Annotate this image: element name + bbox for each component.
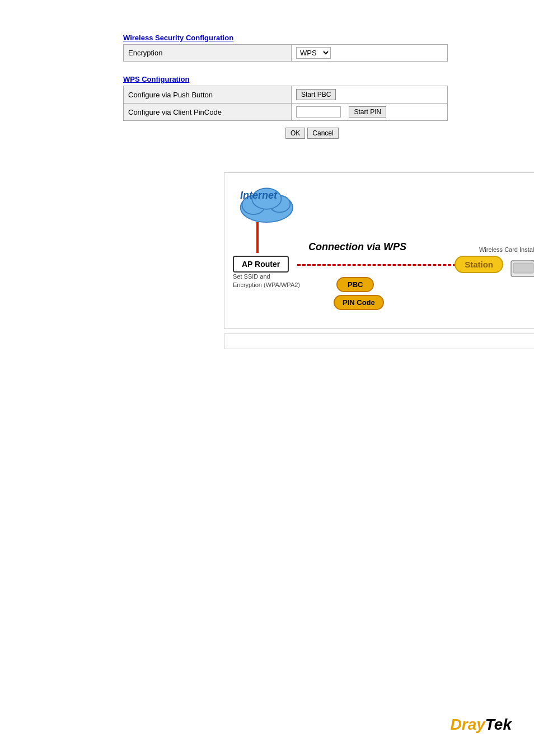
pin-code-oval: PIN Code (334, 295, 384, 310)
push-button-action-cell: Start PBC (292, 86, 448, 104)
ap-router-box: AP Router (233, 256, 289, 273)
diagram-container: Internet AP Router Connection via WPS St… (224, 172, 534, 329)
ok-button[interactable]: OK (285, 128, 305, 139)
svg-rect-5 (513, 263, 533, 273)
pin-code-input[interactable] (296, 106, 341, 118)
client-pincode-label: Configure via Client PinCode (124, 104, 292, 121)
start-pbc-button[interactable]: Start PBC (296, 89, 336, 100)
wps-config-title: WPS Configuration (123, 75, 534, 83)
action-buttons-row: OK Cancel (123, 128, 534, 139)
client-pincode-row: Configure via Client PinCode Start PIN (124, 104, 448, 121)
encryption-select[interactable]: WPS WPA WPA2 None (296, 47, 331, 59)
wps-config-section: WPS Configuration Configure via Push But… (123, 75, 534, 139)
wireless-card-label: Wireless Card Installed (479, 246, 534, 254)
station-box: Station (455, 256, 503, 273)
client-pincode-cell: Start PIN (292, 104, 448, 121)
push-button-label: Configure via Push Button (124, 86, 292, 104)
connection-via-wps-label: Connection via WPS (308, 241, 406, 253)
cancel-button[interactable]: Cancel (307, 128, 338, 139)
diagram-section: Internet AP Router Connection via WPS St… (123, 172, 534, 349)
bottom-bar (224, 334, 534, 349)
internet-connector-line (256, 222, 259, 253)
encryption-value-cell: WPS WPA WPA2 None (292, 45, 448, 62)
tek-text: Tek (485, 716, 512, 733)
pbc-oval: PBC (336, 277, 374, 292)
internet-label: Internet (240, 190, 277, 201)
dray-text: Dray (451, 716, 485, 733)
connection-dashed-line (297, 264, 476, 266)
start-pin-button[interactable]: Start PIN (349, 106, 386, 118)
push-button-row: Configure via Push Button Start PBC (124, 86, 448, 104)
encryption-label: Encryption (124, 45, 292, 62)
encryption-table: Encryption WPS WPA WPA2 None (123, 44, 448, 62)
wireless-security-title: Wireless Security Configuration (123, 34, 534, 42)
draytek-logo: DrayTek (451, 716, 512, 734)
wireless-security-section: Wireless Security Configuration Encrypti… (123, 34, 534, 62)
wps-table: Configure via Push Button Start PBC Conf… (123, 86, 448, 121)
wireless-card-icon (510, 260, 534, 279)
encryption-row: Encryption WPS WPA WPA2 None (124, 45, 448, 62)
ssid-label: Set SSID andEncryption (WPA/WPA2) (233, 273, 300, 290)
